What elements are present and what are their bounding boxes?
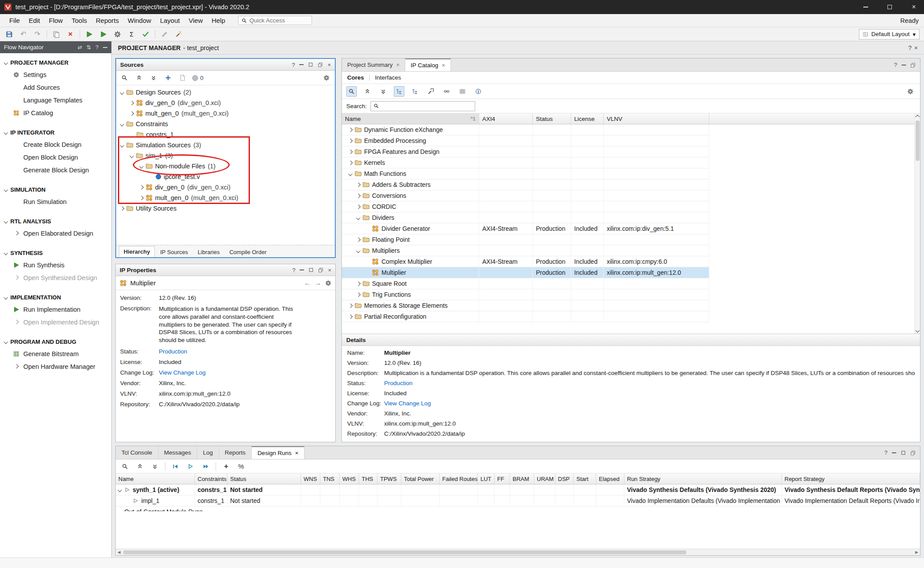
chevron-right-icon[interactable] — [356, 193, 360, 197]
chevron-right-icon[interactable] — [120, 206, 124, 210]
catalog-row[interactable]: Adders & Subtracters — [342, 179, 709, 190]
sidebar-item-create-block-design[interactable]: Create Block Design — [0, 138, 111, 151]
column-header-axi4[interactable]: AXI4 — [479, 113, 533, 124]
section-header-ip-integrator[interactable]: IP INTEGRATOR — [0, 127, 111, 138]
close-icon[interactable]: × — [914, 44, 918, 51]
help-icon[interactable]: ? — [884, 449, 887, 456]
tab-messages[interactable]: Messages — [158, 446, 198, 459]
tab-ip-sources[interactable]: IP Sources — [156, 247, 192, 257]
edit-button[interactable] — [160, 29, 169, 39]
run-row-ooc-group[interactable]: Out-of-Context Module Runs — [116, 506, 920, 511]
delete-button[interactable]: × — [66, 29, 75, 39]
undo-button[interactable]: ↶ — [18, 29, 28, 39]
search-button[interactable] — [346, 86, 357, 97]
chevron-down-icon[interactable] — [139, 164, 143, 168]
sort-icon[interactable]: ⇅ — [87, 44, 91, 51]
minimize-icon[interactable] — [299, 64, 304, 65]
tree-row-div-gen[interactable]: div_gen_0 (div_gen_0.xci) — [116, 98, 335, 108]
scroll-left-icon[interactable]: ◀ — [116, 550, 122, 554]
chevron-right-icon[interactable] — [348, 149, 352, 153]
maximize-icon[interactable] — [308, 267, 314, 273]
link-button[interactable] — [441, 86, 452, 97]
close-icon[interactable]: × — [328, 267, 331, 273]
column-header[interactable]: Name — [116, 473, 195, 484]
copy-button[interactable] — [51, 29, 61, 39]
catalog-row[interactable]: Math Functions — [342, 168, 709, 179]
subtab-cores[interactable]: Cores — [347, 74, 364, 81]
scrollbar-thumb[interactable] — [916, 120, 920, 161]
column-header[interactable]: FF — [495, 473, 510, 484]
chevron-right-icon[interactable] — [356, 281, 360, 285]
tab-hierarchy[interactable]: Hierarchy — [119, 246, 155, 257]
chevron-right-icon[interactable] — [139, 185, 143, 189]
minimize-icon[interactable] — [103, 47, 107, 48]
column-header-vlnv[interactable]: VLNV — [604, 113, 709, 124]
search-button[interactable] — [120, 462, 130, 471]
chevron-right-icon[interactable] — [348, 303, 352, 307]
column-header-name[interactable]: Name^1 — [342, 113, 479, 124]
close-icon[interactable]: × — [295, 450, 298, 456]
sidebar-item-open-elaborated-design[interactable]: Open Elaborated Design — [0, 227, 111, 240]
launch-run-button[interactable] — [186, 462, 195, 471]
menu-tools[interactable]: Tools — [68, 15, 91, 25]
swap-icon[interactable]: ⇄ — [77, 44, 82, 51]
step-run-button[interactable] — [99, 29, 108, 39]
column-header[interactable]: DSP — [555, 473, 574, 484]
help-icon[interactable]: ? — [292, 267, 295, 273]
save-button[interactable] — [4, 29, 14, 39]
tree-row-constrs-1[interactable]: constrs_1 — [116, 129, 335, 140]
expand-all-button[interactable] — [378, 86, 389, 97]
column-header[interactable]: BRAM — [510, 473, 534, 484]
section-header-program-and-debug[interactable]: PROGRAM AND DEBUG — [0, 336, 111, 347]
status-link[interactable]: Production — [384, 380, 413, 386]
help-icon[interactable]: ? — [908, 44, 912, 51]
catalog-row[interactable]: Memories & Storage Elements — [342, 300, 709, 311]
tab-log[interactable]: Log — [197, 446, 219, 459]
layout-selector[interactable]: Default Layout ▾ — [859, 29, 920, 40]
tree-row-utility-sources[interactable]: Utility Sources — [116, 203, 335, 214]
report-sum-button[interactable]: Σ — [127, 29, 136, 39]
sidebar-item-open-implemented-design[interactable]: Open Implemented Design — [0, 316, 111, 328]
column-header[interactable]: URAM — [534, 473, 555, 484]
catalog-row[interactable]: Dividers — [342, 212, 709, 223]
chevron-right-icon[interactable] — [356, 204, 360, 208]
status-link[interactable]: Production — [159, 348, 187, 355]
column-header[interactable]: Total Power — [401, 473, 440, 484]
redo-button[interactable]: ↷ — [33, 29, 42, 39]
close-icon[interactable]: × — [327, 62, 331, 68]
customize-button[interactable] — [425, 86, 436, 97]
sidebar-item-run-simulation[interactable]: Run Simulation — [0, 195, 111, 208]
tree-row-constraints[interactable]: Constraints — [116, 119, 335, 129]
column-header[interactable]: THS — [359, 473, 378, 484]
column-header[interactable]: Constraints — [195, 473, 227, 484]
sidebar-item-open-hardware-manager[interactable]: Open Hardware Manager — [0, 360, 111, 373]
search-button[interactable] — [120, 73, 129, 83]
section-header-implementation[interactable]: IMPLEMENTATION — [0, 291, 111, 303]
menu-reports[interactable]: Reports — [92, 15, 123, 25]
expand-all-button[interactable] — [149, 73, 158, 83]
catalog-row[interactable]: Conversions — [342, 190, 709, 201]
subtab-interfaces[interactable]: Interfaces — [375, 74, 401, 81]
window-minimize-button[interactable] — [855, 0, 876, 14]
sidebar-item-add-sources[interactable]: Add Sources — [0, 81, 111, 94]
changelog-link[interactable]: View Change Log — [384, 400, 431, 407]
float-icon[interactable] — [910, 450, 916, 455]
chevron-right-icon[interactable] — [348, 138, 352, 142]
column-header[interactable]: WHS — [340, 473, 359, 484]
float-icon[interactable] — [318, 62, 323, 67]
chevron-right-icon[interactable] — [348, 127, 352, 131]
chevron-down-icon[interactable] — [120, 143, 124, 147]
chevron-down-icon[interactable] — [120, 90, 124, 94]
catalog-search-input[interactable] — [381, 103, 472, 109]
menu-flow[interactable]: Flow — [45, 15, 67, 25]
maximize-icon[interactable] — [308, 62, 313, 67]
chevron-down-icon[interactable] — [348, 171, 352, 175]
menu-layout[interactable]: Layout — [156, 15, 184, 25]
quick-access-box[interactable] — [238, 16, 312, 25]
run-row-impl-1[interactable]: impl_1 constrs_1 Not started Vivado Impl… — [116, 495, 920, 506]
panel-settings-button[interactable] — [322, 73, 331, 83]
catalog-row[interactable]: Square Root — [342, 278, 709, 289]
sidebar-item-open-block-design[interactable]: Open Block Design — [0, 151, 111, 164]
tree-row-mult-gen-sim[interactable]: mult_gen_0 (mult_gen_0.xci) — [116, 193, 335, 203]
tab-tcl-console[interactable]: Tcl Console — [116, 446, 158, 459]
